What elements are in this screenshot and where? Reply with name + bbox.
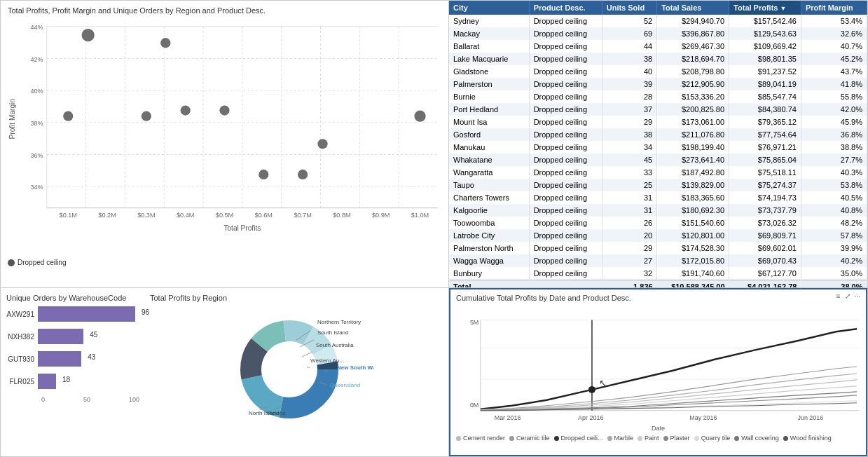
table-cell: 26 bbox=[602, 217, 656, 229]
table-cell: $77,754.64 bbox=[729, 128, 801, 141]
line-chart-title: Cumulative Total Profits by Date and Pro… bbox=[456, 294, 860, 302]
table-cell: 38 bbox=[602, 53, 656, 65]
svg-text:$0.2M: $0.2M bbox=[98, 212, 116, 219]
table-scroll[interactable]: City Product Desc. Units Sold Total Sale… bbox=[449, 1, 867, 288]
table-cell: Dropped ceiling bbox=[529, 27, 602, 40]
table-cell: Dropped ceiling bbox=[529, 128, 602, 141]
line-chart-area: 5M 0M Mar 2016 Apr 2016 May 2016 Jun 201… bbox=[456, 316, 860, 432]
table-cell: $67,127.70 bbox=[729, 267, 801, 280]
table-row: Latrobe CityDropped ceiling20$120,801.00… bbox=[449, 229, 867, 242]
bar-fill-gut930: 43 bbox=[38, 351, 81, 367]
table-cell: $212,905.90 bbox=[657, 78, 729, 90]
table-cell: Dropped ceiling bbox=[529, 53, 602, 65]
table-cell: $75,274.37 bbox=[729, 179, 801, 191]
expand-icon[interactable]: ⤢ bbox=[845, 292, 850, 300]
table-cell: 28 bbox=[602, 90, 656, 103]
legend-wood: Wood finishing bbox=[783, 435, 832, 442]
bar-value-nxh382: 45 bbox=[90, 331, 97, 339]
table-cell: 35.0% bbox=[801, 267, 867, 280]
svg-point-43 bbox=[317, 139, 327, 149]
legend-label-paint: Paint bbox=[645, 435, 659, 442]
table-cell: 53.8% bbox=[801, 179, 867, 191]
col-sales[interactable]: Total Sales bbox=[657, 1, 729, 15]
more-icon[interactable]: ··· bbox=[855, 292, 860, 300]
scatter-title: Total Profits, Profit Margin and Unique … bbox=[8, 6, 441, 15]
svg-text:Total Profits: Total Profits bbox=[223, 224, 261, 232]
legend-label-cement: Cement render bbox=[463, 435, 505, 442]
legend-dot-cement bbox=[456, 436, 461, 441]
chart-legend: Cement render Ceramic tile Dropped ceili… bbox=[456, 435, 860, 442]
table-cell: 55.8% bbox=[801, 90, 867, 103]
col-city[interactable]: City bbox=[449, 1, 529, 15]
table-row: KalgoorlieDropped ceiling31$180,692.30$7… bbox=[449, 204, 867, 217]
legend-cement: Cement render bbox=[456, 435, 505, 442]
table-cell: Dropped ceiling bbox=[529, 141, 602, 154]
drag-icon[interactable]: ≡ bbox=[836, 292, 841, 300]
table-cell: 31 bbox=[602, 191, 656, 204]
table-cell: Gladstone bbox=[449, 65, 529, 78]
table-cell: Dropped ceiling bbox=[529, 254, 602, 267]
data-table: City Product Desc. Units Sold Total Sale… bbox=[449, 1, 867, 288]
bar-fill-nxh382: 45 bbox=[38, 329, 83, 344]
svg-point-81 bbox=[588, 386, 595, 393]
table-cell: 20 bbox=[602, 229, 656, 242]
table-cell: 57.8% bbox=[801, 229, 867, 242]
bar-axis: 0 50 100 bbox=[6, 396, 139, 403]
table-cell: $129,543.63 bbox=[729, 27, 801, 40]
legend-ceramic: Ceramic tile bbox=[509, 435, 550, 442]
table-cell: Manukau bbox=[449, 141, 529, 154]
table-cell: 52 bbox=[602, 15, 656, 27]
table-row: Lake MacquarieDropped ceiling38$218,694.… bbox=[449, 53, 867, 65]
bar-value-flr025: 18 bbox=[62, 376, 70, 383]
x-axis-label: Date bbox=[456, 425, 860, 432]
table-cell: $151,540.60 bbox=[657, 217, 729, 229]
table-cell: 27 bbox=[602, 254, 656, 267]
svg-text:North Island: North Island bbox=[249, 410, 279, 416]
table-cell: $76,971.21 bbox=[729, 141, 801, 154]
bar-chart: AXW291 96 NXH382 45 bbox=[6, 306, 139, 425]
table-cell: Whakatane bbox=[449, 154, 529, 166]
table-cell: $69,070.43 bbox=[729, 254, 801, 267]
donut-svg: Northern Territory South Island South Au… bbox=[219, 306, 373, 425]
col-units[interactable]: Units Sold bbox=[602, 1, 656, 15]
table-cell: 53.4% bbox=[801, 15, 867, 27]
table-cell: $120,801.00 bbox=[657, 229, 729, 242]
svg-text:$0.8M: $0.8M bbox=[333, 212, 350, 219]
table-cell: 38.8% bbox=[801, 141, 867, 154]
legend-dot-plaster bbox=[663, 436, 668, 441]
table-cell: Dropped ceiling bbox=[529, 40, 602, 53]
donut-section: Total Profits by Region Northern Territo… bbox=[146, 294, 443, 451]
table-cell: 43.7% bbox=[801, 65, 867, 78]
col-margin[interactable]: Profit Margin bbox=[801, 1, 867, 15]
table-row: TaupoDropped ceiling25$139,829.00$75,274… bbox=[449, 179, 867, 191]
table-cell: $69,602.01 bbox=[729, 242, 801, 254]
table-cell: $73,737.79 bbox=[729, 204, 801, 217]
legend-dropped: Dropped ceili... bbox=[554, 435, 603, 442]
table-row: Mount IsaDropped ceiling29$173,061.00$79… bbox=[449, 116, 867, 128]
svg-text:$0.6M: $0.6M bbox=[255, 212, 273, 219]
table-cell: 40.2% bbox=[801, 254, 867, 267]
table-cell: 37 bbox=[602, 103, 656, 116]
scatter-chart: 44% 42% 40% 38% 36% 34% $0.1M $0.2M $0.3… bbox=[8, 18, 441, 256]
scatter-legend-dot bbox=[8, 259, 15, 266]
table-cell: 41.8% bbox=[801, 78, 867, 90]
table-cell: 40.5% bbox=[801, 191, 867, 204]
table-cell: Taupo bbox=[449, 179, 529, 191]
col-profits[interactable]: Total Profits ▼ bbox=[729, 1, 801, 15]
table-cell: 27.7% bbox=[801, 154, 867, 166]
svg-text:South Australia: South Australia bbox=[316, 342, 354, 348]
bar-tick-50: 50 bbox=[83, 396, 90, 403]
table-cell: 40.7% bbox=[801, 40, 867, 53]
table-cell: $75,865.04 bbox=[729, 154, 801, 166]
legend-dot-quarry bbox=[694, 436, 699, 441]
bottom-left-panel: Unique Orders by WarehouseCode AXW291 96… bbox=[1, 288, 449, 456]
table-cell: $139,829.00 bbox=[657, 179, 729, 191]
bar-title: Unique Orders by WarehouseCode bbox=[6, 294, 139, 302]
bar-value-axw291: 96 bbox=[142, 308, 149, 316]
svg-text:0M: 0M bbox=[470, 402, 478, 409]
svg-text:$0.7M: $0.7M bbox=[294, 212, 311, 219]
table-cell: 45 bbox=[602, 154, 656, 166]
col-product[interactable]: Product Desc. bbox=[529, 1, 602, 15]
table-cell: 45.2% bbox=[801, 53, 867, 65]
scatter-svg: 44% 42% 40% 38% 36% 34% $0.1M $0.2M $0.3… bbox=[8, 18, 441, 242]
